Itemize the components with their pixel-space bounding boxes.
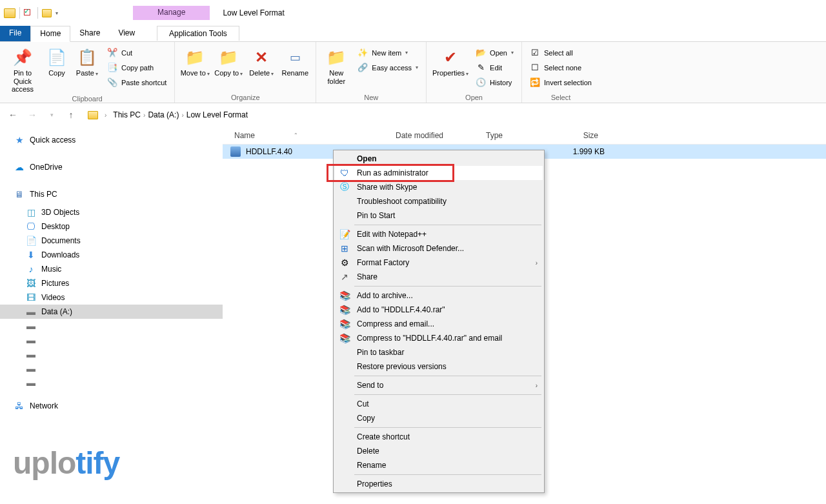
nav-back-button[interactable]: ← [6,108,19,121]
ctx-add-rar[interactable]: 📚Add to "HDDLLF.4.40.rar" [335,303,543,317]
sort-asc-icon: ⌃ [294,132,298,138]
nav-up-button[interactable]: ↑ [65,108,77,121]
easy-access-label: Easy access [372,64,412,72]
ctx-properties-label: Properties [357,479,392,489]
nav-onedrive[interactable]: ☁OneDrive [0,160,223,174]
tab-file[interactable]: File [0,26,30,41]
select-none-button[interactable]: ☐Select none [527,61,594,74]
qat-prop-icon[interactable] [24,8,34,18]
nav-this-pc[interactable]: 🖥This PC [0,187,223,201]
edit-button[interactable]: ✎Edit [473,61,516,74]
ctx-run-admin[interactable]: 🛡Run as administrator [335,166,543,180]
ctx-skype[interactable]: ⓈShare with Skype [335,180,543,194]
nav-downloads[interactable]: ⬇Downloads [0,248,223,262]
ctx-pin-start[interactable]: Pin to Start [335,208,543,223]
ctx-defender[interactable]: ⊞Scan with Microsoft Defender... [335,241,543,256]
breadcrumb-this-pc[interactable]: This PC [113,110,141,119]
paste-button[interactable]: 📋 Paste [74,45,101,77]
ctx-create-shortcut[interactable]: Create shortcut [335,430,543,444]
nav-quick-access[interactable]: ★Quick access [0,133,223,147]
nav-network[interactable]: 🖧Network [0,399,223,413]
ctx-share[interactable]: ↗Share [335,270,543,284]
ctx-compress-email[interactable]: 📚Compress and email... [335,317,543,331]
ctx-add-archive[interactable]: 📚Add to archive... [335,288,543,303]
ctx-cut[interactable]: Cut [335,397,543,411]
col-size[interactable]: Size [558,131,603,140]
col-type[interactable]: Type [481,131,558,140]
nav-videos[interactable]: 🎞Videos [0,290,223,305]
blank-icon-10 [339,445,350,457]
nav-documents[interactable]: 📄Documents [0,234,223,248]
nav-drive-6[interactable]: ▬ [0,376,223,390]
new-item-button[interactable]: ✨New item [355,46,421,59]
breadcrumb-chevron-icon[interactable]: › [105,112,106,119]
nav-data-a[interactable]: ▬Data (A:) [0,305,223,319]
nav-music[interactable]: ♪Music [0,262,223,276]
history-button[interactable]: 🕓History [473,76,516,89]
cut-button[interactable]: ✂️Cut [105,46,169,59]
copy-button[interactable]: 📄 Copy [44,45,70,77]
tab-application-tools[interactable]: Application Tools [157,26,239,41]
new-folder-button[interactable]: 📁 New folder [321,45,351,85]
breadcrumb-folder[interactable]: Low Level Format [186,110,248,119]
ctx-rename[interactable]: Rename [335,458,543,472]
copy-to-button[interactable]: 📁 Copy to [214,45,243,77]
ctx-open[interactable]: Open [335,152,543,166]
tab-share[interactable]: Share [70,26,109,41]
ctx-copy[interactable]: Copy [335,411,543,425]
cube-icon: ◫ [26,207,36,217]
invert-selection-button[interactable]: 🔁Invert selection [527,76,594,89]
rename-button[interactable]: ▭ Rename [279,45,310,77]
qat-divider [19,7,20,19]
ctx-restore[interactable]: Restore previous versions [335,359,543,374]
nav-desktop[interactable]: 🖵Desktop [0,219,223,234]
col-date[interactable]: Date modified [390,131,481,140]
col-name[interactable]: Name⌃ [229,131,390,140]
ctx-format-factory[interactable]: ⚙Format Factory› [335,256,543,270]
ctx-compress-rar-email[interactable]: 📚Compress to "HDDLLF.4.40.rar" and email [335,331,543,345]
properties-button[interactable]: ✔ Properties [432,45,469,77]
nav-drive-2[interactable]: ▬ [0,319,223,333]
open-button[interactable]: 📂Open [473,46,516,59]
ctx-delete[interactable]: Delete [335,444,543,458]
delete-button[interactable]: ✕ Delete [247,45,276,77]
ctx-pin-taskbar[interactable]: Pin to taskbar [335,345,543,359]
delete-label: Delete [249,69,274,77]
copy-path-icon: 📑 [107,63,117,73]
nav-drive-3[interactable]: ▬ [0,333,223,347]
ctx-send-to[interactable]: Send to› [335,378,543,392]
ctx-ff-label: Format Factory [357,258,409,267]
invert-label: Invert selection [544,79,592,86]
pin-quick-access-button[interactable]: 📌 Pin to Quick access [5,45,40,94]
copy-to-label: Copy to [214,69,243,77]
tab-view[interactable]: View [109,26,144,41]
nav-recent-dropdown[interactable]: ▾ [45,108,58,121]
paste-shortcut-button[interactable]: 📎Paste shortcut [105,76,169,89]
ctx-troubleshoot[interactable]: Troubleshoot compatibility [335,194,543,208]
copy-path-label: Copy path [121,64,154,72]
copy-path-button[interactable]: 📑Copy path [105,61,169,74]
breadcrumb-drive[interactable]: Data (A:) [148,110,179,119]
drive-icon-5: ▬ [26,363,36,374]
qat-new-folder-icon[interactable] [42,9,52,17]
nav-drive-5[interactable]: ▬ [0,361,223,376]
nav-onedrive-label: OneDrive [30,163,63,172]
ctx-properties[interactable]: Properties [335,477,543,491]
move-to-button[interactable]: 📁 Move to [180,45,210,77]
nav-3d-objects[interactable]: ◫3D Objects [0,205,223,219]
ctx-pin-taskbar-label: Pin to taskbar [357,348,404,357]
easy-access-button[interactable]: 🔗Easy access [355,61,421,74]
qat-dropdown-icon[interactable]: ▾ [55,10,58,16]
manage-context-tab[interactable]: Manage [133,6,210,20]
ctx-notepadpp[interactable]: 📝Edit with Notepad++ [335,227,543,241]
nav-forward-button[interactable]: → [26,108,39,121]
easy-access-icon: 🔗 [358,63,368,73]
breadcrumb-sep-icon[interactable]: › [143,112,145,119]
nav-pictures[interactable]: 🖼Pictures [0,276,223,290]
breadcrumb-sep-icon-2[interactable]: › [181,112,183,119]
select-all-button[interactable]: ☑Select all [527,46,594,59]
title-bar: ▾ Manage Low Level Format [0,0,826,26]
nav-drive-4[interactable]: ▬ [0,347,223,361]
tab-home[interactable]: Home [30,26,70,42]
share-icon: ↗ [339,271,350,283]
